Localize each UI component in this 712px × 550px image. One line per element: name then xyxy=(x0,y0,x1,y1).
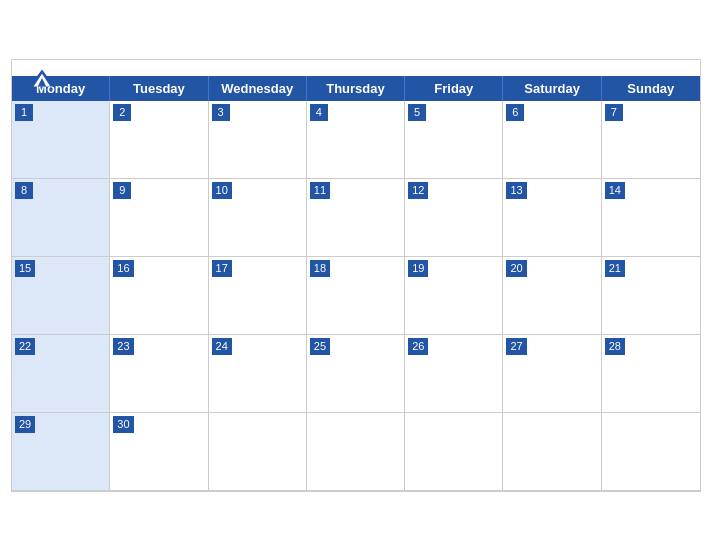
day-headers: MondayTuesdayWednesdayThursdayFridaySatu… xyxy=(12,76,700,101)
cal-cell: 17 xyxy=(209,257,307,335)
cal-cell xyxy=(405,413,503,491)
date-number: 27 xyxy=(506,338,526,355)
date-number: 6 xyxy=(506,104,524,121)
cal-cell: 30 xyxy=(110,413,208,491)
cal-cell: 26 xyxy=(405,335,503,413)
cal-cell: 1 xyxy=(12,101,110,179)
date-number: 30 xyxy=(113,416,133,433)
date-number: 1 xyxy=(15,104,33,121)
day-header-thursday: Thursday xyxy=(307,76,405,101)
date-number: 3 xyxy=(212,104,230,121)
date-number: 14 xyxy=(605,182,625,199)
date-number: 25 xyxy=(310,338,330,355)
cal-cell: 13 xyxy=(503,179,601,257)
cal-cell: 28 xyxy=(602,335,700,413)
calendar-header xyxy=(12,60,700,76)
cal-cell: 27 xyxy=(503,335,601,413)
date-number: 13 xyxy=(506,182,526,199)
cal-cell xyxy=(209,413,307,491)
cal-cell: 16 xyxy=(110,257,208,335)
cal-cell: 3 xyxy=(209,101,307,179)
date-number: 4 xyxy=(310,104,328,121)
cal-cell xyxy=(503,413,601,491)
day-header-tuesday: Tuesday xyxy=(110,76,208,101)
date-number: 12 xyxy=(408,182,428,199)
cal-cell: 15 xyxy=(12,257,110,335)
cal-cell: 20 xyxy=(503,257,601,335)
date-number: 17 xyxy=(212,260,232,277)
calendar: MondayTuesdayWednesdayThursdayFridaySatu… xyxy=(11,59,701,492)
date-number: 7 xyxy=(605,104,623,121)
cal-cell: 6 xyxy=(503,101,601,179)
cal-cell: 5 xyxy=(405,101,503,179)
day-header-saturday: Saturday xyxy=(503,76,601,101)
date-number: 19 xyxy=(408,260,428,277)
date-number: 15 xyxy=(15,260,35,277)
date-number: 28 xyxy=(605,338,625,355)
cal-cell: 11 xyxy=(307,179,405,257)
day-header-wednesday: Wednesday xyxy=(209,76,307,101)
cal-cell: 24 xyxy=(209,335,307,413)
cal-cell: 21 xyxy=(602,257,700,335)
logo-icon xyxy=(28,68,56,88)
date-number: 23 xyxy=(113,338,133,355)
cal-cell: 25 xyxy=(307,335,405,413)
date-number: 26 xyxy=(408,338,428,355)
date-number: 9 xyxy=(113,182,131,199)
date-number: 2 xyxy=(113,104,131,121)
cal-cell: 22 xyxy=(12,335,110,413)
cal-cell: 8 xyxy=(12,179,110,257)
day-header-sunday: Sunday xyxy=(602,76,700,101)
logo xyxy=(28,68,56,89)
date-number: 16 xyxy=(113,260,133,277)
cal-cell: 18 xyxy=(307,257,405,335)
cal-cell: 10 xyxy=(209,179,307,257)
cal-cell: 23 xyxy=(110,335,208,413)
date-number: 24 xyxy=(212,338,232,355)
date-number: 29 xyxy=(15,416,35,433)
cal-cell xyxy=(602,413,700,491)
date-number: 21 xyxy=(605,260,625,277)
date-number: 22 xyxy=(15,338,35,355)
date-number: 10 xyxy=(212,182,232,199)
calendar-grid: 1234567891011121314151617181920212223242… xyxy=(12,101,700,491)
cal-cell: 9 xyxy=(110,179,208,257)
cal-cell: 12 xyxy=(405,179,503,257)
date-number: 20 xyxy=(506,260,526,277)
date-number: 18 xyxy=(310,260,330,277)
day-header-monday: Monday xyxy=(12,76,110,101)
date-number: 8 xyxy=(15,182,33,199)
day-header-friday: Friday xyxy=(405,76,503,101)
cal-cell: 7 xyxy=(602,101,700,179)
date-number: 5 xyxy=(408,104,426,121)
cal-cell xyxy=(307,413,405,491)
cal-cell: 4 xyxy=(307,101,405,179)
date-number: 11 xyxy=(310,182,330,199)
cal-cell: 2 xyxy=(110,101,208,179)
cal-cell: 19 xyxy=(405,257,503,335)
cal-cell: 14 xyxy=(602,179,700,257)
cal-cell: 29 xyxy=(12,413,110,491)
